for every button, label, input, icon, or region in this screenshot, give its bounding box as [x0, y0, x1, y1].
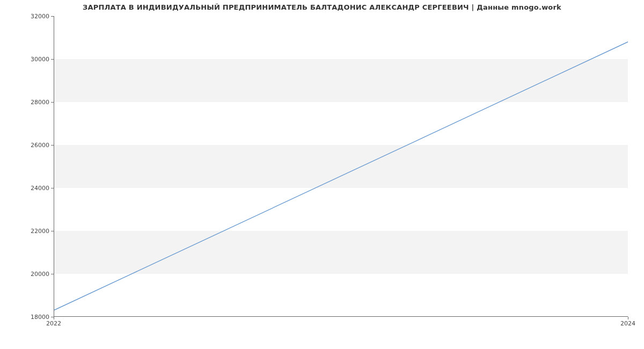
- y-tick-label: 26000: [31, 142, 54, 149]
- series-line: [54, 42, 628, 310]
- y-tick-label: 28000: [31, 99, 54, 106]
- y-tick-label: 32000: [31, 13, 54, 20]
- y-tick-label: 30000: [31, 56, 54, 63]
- plot-area: 1800020000220002400026000280003000032000…: [54, 16, 628, 317]
- line-layer: [54, 16, 628, 317]
- x-tick-label: 2022: [46, 317, 61, 327]
- x-tick-label: 2024: [620, 317, 635, 327]
- chart-container: ЗАРПЛАТА В ИНДИВИДУАЛЬНЫЙ ПРЕДПРИНИМАТЕЛ…: [0, 0, 644, 349]
- y-tick-label: 22000: [31, 228, 54, 235]
- x-axis: [54, 316, 628, 317]
- chart-title: ЗАРПЛАТА В ИНДИВИДУАЛЬНЫЙ ПРЕДПРИНИМАТЕЛ…: [0, 3, 644, 11]
- y-axis: [54, 16, 54, 317]
- y-tick-label: 20000: [31, 271, 54, 278]
- y-tick-label: 24000: [31, 185, 54, 192]
